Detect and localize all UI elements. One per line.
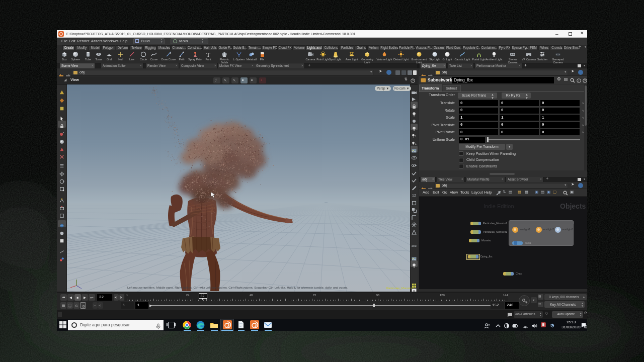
svg-text:T: T (206, 51, 210, 58)
svg-text:1: 1 (585, 326, 587, 328)
svg-text:12: 12 (412, 194, 416, 197)
svg-text:abc: abc (412, 244, 417, 247)
svg-text:1: 1 (415, 142, 417, 145)
